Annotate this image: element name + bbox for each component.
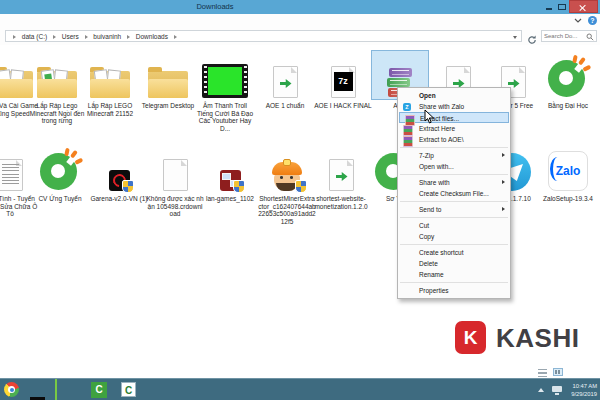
file-label: shortest-website-monetization.1.2.0 (312, 195, 370, 210)
file-tile[interactable]: AOE 1 chuẩn (256, 50, 314, 110)
menu-item-send-to[interactable]: Send to (398, 204, 510, 215)
chevron-right-icon (127, 35, 130, 39)
chevron-right-icon (174, 35, 177, 39)
menu-item-open[interactable]: Open (398, 90, 510, 101)
mouse-cursor (424, 109, 435, 125)
chevron-right-icon (13, 35, 16, 39)
expand-ribbon-icon[interactable] (574, 18, 582, 23)
search-icon (586, 33, 594, 41)
taskbar: 10:47 AM 9/29/2019 (0, 378, 600, 400)
search-input[interactable] (544, 31, 586, 41)
chevron-right-icon (53, 35, 56, 39)
thumbnail-view-icon[interactable] (553, 368, 563, 376)
menu-separator (400, 201, 508, 202)
file-tile[interactable]: shortest-website-monetization.1.2.0 (312, 143, 370, 210)
menu-item-extract-files[interactable]: Extract files... (399, 112, 509, 123)
explorer-window: Downloads data (C:) Users buivaninh Down… (0, 0, 600, 400)
file-label: Lắp Ráp Lego Minecraft Ngồi đền trong rừ… (28, 102, 86, 125)
camtasia-taskbar-icon[interactable] (91, 382, 107, 398)
file-tile[interactable]: Garena-v2.0-VN (1) (90, 143, 148, 203)
taskbar-clock[interactable]: 10:47 AM 9/29/2019 (571, 382, 597, 398)
file-tile[interactable]: AOE I HACK FINAL (314, 50, 372, 110)
zalo-icon (548, 151, 588, 191)
window-title: Downloads (160, 2, 270, 11)
file-tile[interactable]: ShortestMinerExtractor_c162407644ab22653… (258, 143, 316, 225)
chevron-right-icon (85, 35, 88, 39)
refresh-icon[interactable] (526, 31, 538, 42)
file-label: Garena-v2.0-VN (1) (90, 195, 148, 203)
kashi-brand-text: KASHI (496, 323, 586, 353)
minimize-button[interactable] (543, 0, 555, 13)
menu-item-open-with[interactable]: Open with... (398, 161, 510, 172)
file-tile[interactable]: Telegram Desktop (139, 50, 197, 110)
text-document-icon (0, 159, 23, 191)
menu-item-extract-to-aoe[interactable]: Extract to AOE\ (398, 134, 510, 145)
menu-item-share-with[interactable]: Share with (398, 177, 510, 188)
breadcrumb[interactable]: data (C:) Users buivaninh Downloads (5, 30, 522, 42)
menu-item-extract-here[interactable]: Extract Here (398, 123, 510, 134)
file-label: AOE I HACK FINAL (314, 102, 372, 110)
coccoc-icon (548, 56, 588, 98)
maximize-button[interactable] (556, 0, 568, 13)
file-tile[interactable]: Âm Thanh Troll Tiếng Cười Bá Đạo Các You… (196, 50, 254, 132)
menu-item-create-shortcut[interactable]: Create shortcut (398, 247, 510, 258)
menu-separator (400, 147, 508, 148)
uac-shield-icon (295, 180, 307, 193)
file-tile[interactable]: Lắp Ráp LEGO Minecraft 21152 (81, 50, 139, 117)
file-label: ZaloSetup-19.3.4 (539, 195, 597, 203)
folder-icon (148, 64, 188, 98)
address-bar-row: data (C:) Users buivaninh Downloads (0, 28, 600, 46)
file-label: Bằng Đại Học (539, 102, 597, 110)
coccoc-icon (40, 149, 80, 191)
file-tile[interactable]: Bằng Đại Học (539, 50, 597, 110)
zalo-menu-icon (403, 103, 411, 111)
network-icon[interactable] (552, 386, 562, 395)
clock-time: 10:47 AM (571, 382, 597, 390)
miner-icon (271, 159, 303, 191)
title-bar: Downloads (0, 0, 600, 14)
address-dropdown-icon[interactable] (513, 36, 517, 39)
7zip-file-icon (331, 66, 356, 98)
file-label: lan-games_1102 (201, 195, 259, 203)
breadcrumb-downloads[interactable]: Downloads (136, 31, 168, 42)
kashi-logo-icon: K (455, 321, 486, 354)
menu-item-share-with-zalo[interactable]: Share with Zalo (398, 101, 510, 112)
file-tile[interactable]: lan-games_1102 (201, 143, 259, 203)
menu-item-copy[interactable]: Copy (398, 231, 510, 242)
uac-shield-icon (122, 180, 134, 193)
context-menu: Open Share with Zalo Extract files... Ex… (397, 87, 511, 299)
menu-separator (400, 217, 508, 218)
menu-item-delete[interactable]: Delete (398, 258, 510, 269)
menu-item-properties[interactable]: Properties (398, 285, 510, 296)
breadcrumb-drive[interactable]: data (C:) (22, 31, 47, 42)
help-icon[interactable] (588, 16, 597, 25)
menu-item-rename[interactable]: Rename (398, 269, 510, 280)
garena-icon (109, 170, 130, 191)
breadcrumb-users[interactable]: Users (62, 31, 79, 42)
breadcrumb-user[interactable]: buivaninh (93, 31, 121, 42)
file-label: Âm Thanh Troll Tiếng Cười Bá Đạo Các You… (196, 102, 254, 132)
blank-file-icon (163, 159, 188, 191)
chrome-taskbar-icon[interactable] (4, 382, 19, 397)
file-label: AOE 1 chuẩn (256, 102, 314, 110)
search-box[interactable] (541, 30, 597, 42)
folder-icon (37, 64, 77, 98)
menu-separator (400, 282, 508, 283)
menu-item-7zip[interactable]: 7-Zip (398, 150, 510, 161)
file-tile[interactable]: Không được xác nhận 105498.crdownload (146, 143, 204, 218)
file-tile[interactable]: Lắp Ráp Lego Minecraft Ngồi đền trong rừ… (28, 50, 86, 125)
video-thumbnail-icon (202, 64, 248, 98)
tray-expand-icon[interactable] (538, 388, 544, 392)
menu-separator (400, 244, 508, 245)
taskbar-separator (55, 379, 57, 400)
camtasia-recorder-taskbar-icon[interactable] (121, 382, 136, 397)
file-tile[interactable]: CV Ứng Tuyển (31, 143, 89, 203)
file-list-area: Tải Và Cài Game Zing Speed Lắp Ráp Lego … (0, 45, 600, 378)
close-button[interactable] (569, 0, 598, 13)
list-view-icon[interactable] (538, 369, 547, 377)
menu-item-create-checksum-file[interactable]: Create Checksum File... (398, 188, 510, 199)
file-tile[interactable]: ZaloSetup-19.3.4 (539, 143, 597, 203)
clock-date: 9/29/2019 (571, 390, 597, 398)
menu-item-cut[interactable]: Cut (398, 220, 510, 231)
folder-icon (90, 64, 130, 98)
